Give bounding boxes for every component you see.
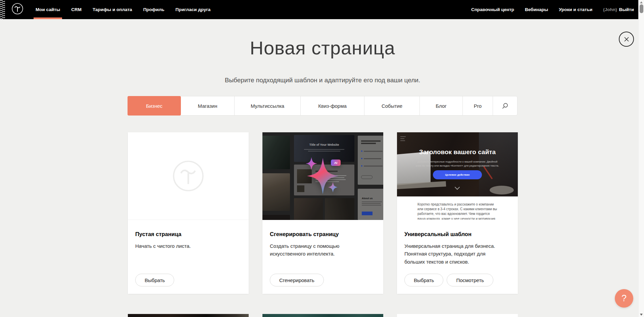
mini-menu-line <box>400 138 404 139</box>
nav-lessons[interactable]: Уроки и статьи <box>559 0 592 19</box>
view-button[interactable]: Посмотреть <box>447 274 493 286</box>
chevron-down-icon <box>455 185 460 190</box>
tab-blog[interactable]: Блог <box>420 96 463 115</box>
nav-tariffs[interactable]: Тарифы и оплата <box>93 0 132 19</box>
page-title: Новая страница <box>128 37 517 59</box>
tab-multilink-label: Мультиссылка <box>251 103 284 109</box>
card-blank-page: Пустая страница Начать с чистого листа. … <box>128 132 249 294</box>
template-cards-row-2 <box>128 314 518 317</box>
tab-pro-label: Pro <box>474 103 482 109</box>
nav-invite-friend[interactable]: Пригласи друга <box>176 0 210 19</box>
card-next-row-2[interactable] <box>262 314 383 317</box>
generate-button[interactable]: Сгенерировать <box>270 274 324 286</box>
help-button[interactable]: ? <box>615 289 633 308</box>
tab-quiz[interactable]: Квиз-форма <box>301 96 364 115</box>
tilda-watermark-icon <box>172 160 204 192</box>
scrollbar-up-arrow-icon[interactable] <box>640 1 643 3</box>
card-body: Пустая страница Начать с чистого листа. … <box>128 220 249 294</box>
template-hero-subtitle: Добавьте интересные подробности о вашей … <box>415 160 499 168</box>
ai-preview-collage: Title of Your Website <box>262 132 383 220</box>
choose-button[interactable]: Выбрать <box>135 274 174 286</box>
template-body: Коротко представьтесь и расскажите о ком… <box>397 196 518 220</box>
tab-event-label: Событие <box>382 103 402 109</box>
card-actions: Выбрать Посмотреть <box>404 274 493 286</box>
card-description: Начать с чистого листа. <box>135 242 236 250</box>
user-name: (John) <box>603 0 617 19</box>
nav-logout[interactable]: (John) Выйти <box>603 0 634 19</box>
card-title: Сгенерировать страницу <box>270 231 376 237</box>
close-icon <box>623 36 630 43</box>
card-body: Сгенерировать страницу Создать страницу … <box>262 220 383 294</box>
card-ai-generate: Title of Your Website <box>262 132 383 294</box>
scrollbar-thumb[interactable] <box>640 4 643 13</box>
nav-webinars[interactable]: Вебинары <box>525 0 548 19</box>
template-hero: Заголовок вашего сайта Добавьте интересн… <box>397 132 518 196</box>
tab-store[interactable]: Магазин <box>181 96 235 115</box>
page-new-template-modal: Мои сайты CRM Тарифы и оплата Профиль Пр… <box>0 0 644 317</box>
nav-help-center-label: Справочный центр <box>471 7 514 12</box>
main-menu: Мои сайты CRM Тарифы и оплата Профиль Пр… <box>36 0 210 19</box>
template-hero-title: Заголовок вашего сайта <box>397 148 518 156</box>
tab-pro[interactable]: Pro <box>463 96 493 115</box>
template-body-text: Коротко представьтесь и расскажите о ком… <box>417 202 497 220</box>
template-preview-screenshot: Заголовок вашего сайта Добавьте интересн… <box>397 132 518 220</box>
search-icon <box>502 103 508 109</box>
nav-crm[interactable]: CRM <box>71 0 82 19</box>
tilda-logo-icon[interactable] <box>11 3 23 15</box>
tab-store-label: Магазин <box>198 103 217 109</box>
nav-webinars-label: Вебинары <box>525 7 548 12</box>
tab-search[interactable] <box>493 96 517 115</box>
wave-pattern-icon <box>0 0 5 19</box>
mini-menu-line <box>400 140 405 141</box>
choose-button[interactable]: Выбрать <box>404 274 443 286</box>
card-next-row-3[interactable] <box>397 314 518 317</box>
ai-sparkle-icon <box>262 132 383 220</box>
nav-help-center[interactable]: Справочный центр <box>471 0 514 19</box>
card-title: Универсальный шаблон <box>404 231 510 237</box>
logout-label: Выйти <box>619 0 634 19</box>
card-title: Пустая страница <box>135 231 241 237</box>
card-universal-template: Заголовок вашего сайта Добавьте интересн… <box>397 132 518 294</box>
scrollbar-down-arrow-icon[interactable] <box>640 314 643 316</box>
tab-blog-label: Блог <box>436 103 446 109</box>
card-next-row-1[interactable] <box>128 314 249 317</box>
nav-tariffs-label: Тарифы и оплата <box>93 7 132 12</box>
secondary-menu: Справочный центр Вебинары Уроки и статьи… <box>471 0 634 19</box>
card-body: Универсальный шаблон Универсальная стран… <box>397 220 518 294</box>
card-description: Универсальная страница для бизнеса. Поня… <box>404 242 505 266</box>
tab-business[interactable]: Бизнес <box>128 96 181 116</box>
photo-cup <box>490 186 514 194</box>
tab-business-label: Бизнес <box>146 103 162 109</box>
card-actions: Выбрать <box>135 274 174 286</box>
tab-multilink[interactable]: Мультиссылка <box>235 96 301 115</box>
template-cta-button: Целевое действие <box>433 170 482 179</box>
nav-crm-label: CRM <box>71 7 82 12</box>
nav-profile-label: Профиль <box>143 7 164 12</box>
page-subtitle: Выберите подходящий шаблон и адаптируйте… <box>128 77 517 84</box>
nav-lessons-label: Уроки и статьи <box>559 7 592 12</box>
ai-badge: AI <box>331 160 341 166</box>
card-actions: Сгенерировать <box>270 274 324 286</box>
template-cards-row: Пустая страница Начать с чистого листа. … <box>128 132 518 294</box>
card-description: Создать страницу с помощью искусственног… <box>270 242 370 258</box>
close-modal-button[interactable] <box>619 32 634 47</box>
tab-quiz-label: Квиз-форма <box>318 103 347 109</box>
blank-page-preview <box>128 132 249 220</box>
template-category-tabs: Бизнес Магазин Мультиссылка Квиз-форма С… <box>128 96 517 115</box>
nav-my-sites[interactable]: Мои сайты <box>36 0 60 19</box>
photo-laptop <box>397 151 431 186</box>
active-nav-underline <box>34 17 62 19</box>
scrollbar[interactable] <box>638 0 644 317</box>
nav-profile[interactable]: Профиль <box>143 0 164 19</box>
nav-my-sites-label: Мои сайты <box>36 7 60 12</box>
top-navbar: Мои сайты CRM Тарифы и оплата Профиль Пр… <box>0 0 644 19</box>
nav-invite-friend-label: Пригласи друга <box>176 7 210 12</box>
mini-menu-line <box>400 136 406 137</box>
tab-event[interactable]: Событие <box>364 96 420 115</box>
